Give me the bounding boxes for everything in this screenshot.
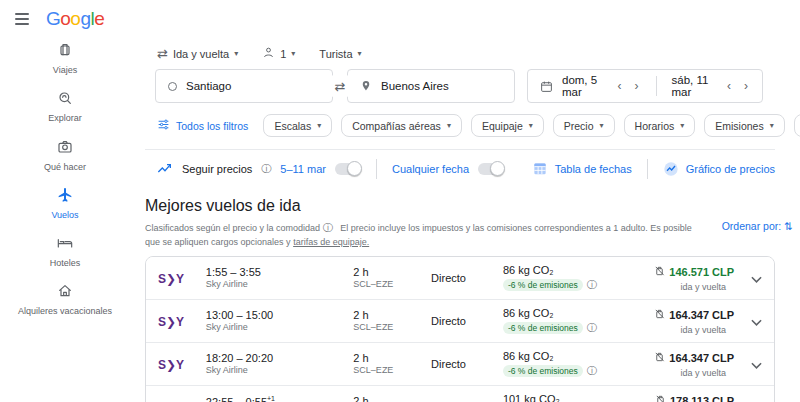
stops: Directo bbox=[431, 315, 466, 327]
price-trip-note: ida y vuelta bbox=[681, 368, 727, 378]
price-graph-icon bbox=[663, 161, 679, 177]
info-icon[interactable]: ⓘ bbox=[323, 222, 333, 233]
filter-chip-precio[interactable]: Precio▾ bbox=[553, 114, 615, 137]
flight-row[interactable]: S❯Y 13:00 – 15:00 Sky Airline 2 h SCL–EZ… bbox=[146, 300, 774, 343]
toggle-knob bbox=[347, 161, 362, 176]
chip-label: Precio bbox=[564, 120, 594, 132]
filter-chip-equipaje[interactable]: Equipaje▾ bbox=[471, 114, 544, 137]
duration: 2 h bbox=[353, 352, 431, 364]
sidebar-item-label: Alquileres vacacionales bbox=[18, 306, 112, 317]
all-filters-button[interactable]: Todos los filtros bbox=[157, 118, 248, 133]
expand-chevron-icon[interactable] bbox=[751, 312, 762, 330]
flight-row[interactable]: 22:55 – 0:55+1 Billetes separados que se… bbox=[146, 386, 774, 402]
origin-value: Santiago bbox=[186, 80, 231, 92]
toggle-knob bbox=[490, 161, 505, 176]
sort-by-button[interactable]: Ordenar por: ⇅ bbox=[722, 220, 793, 250]
return-date-value: sáb, 11 mar bbox=[672, 74, 717, 98]
return-next-day-button[interactable]: › bbox=[742, 79, 750, 93]
trip-controls: ⇄ Ida y vuelta ▾ 1 ▾ Turista ▾ bbox=[145, 46, 800, 61]
swap-locations-button[interactable]: ⇄ bbox=[327, 73, 353, 99]
price-graph-button[interactable]: Gráfico de precios bbox=[663, 161, 775, 177]
depart-prev-day-button[interactable]: ‹ bbox=[616, 79, 624, 93]
menu-icon[interactable] bbox=[12, 10, 32, 28]
chevron-down-icon: ▾ bbox=[234, 49, 238, 58]
expand-chevron-icon[interactable] bbox=[751, 355, 762, 373]
duration: 2 h bbox=[353, 266, 431, 278]
explore-icon bbox=[57, 90, 73, 110]
view-tools: Tabla de fechas Gráfico de precios bbox=[532, 159, 775, 179]
location-pin-icon bbox=[360, 79, 372, 93]
tracking-date-range[interactable]: 5–11 mar bbox=[280, 163, 326, 175]
sidebar-item-vuelos[interactable]: Vuelos bbox=[10, 187, 120, 221]
passengers-dropdown[interactable]: 1 ▾ bbox=[262, 46, 295, 61]
swap-arrows-icon: ⇄ bbox=[335, 79, 346, 94]
depart-date[interactable]: dom, 5 mar bbox=[562, 74, 607, 98]
sidebar-item-explorar[interactable]: Explorar bbox=[10, 90, 120, 124]
duration: 2 h bbox=[353, 309, 431, 321]
main-content: ⇄ Ida y vuelta ▾ 1 ▾ Turista ▾ Santiago … bbox=[145, 0, 800, 402]
duration-cell: 2 h SCL–EZE bbox=[353, 266, 431, 289]
info-icon[interactable]: ⓘ bbox=[587, 321, 597, 335]
info-icon[interactable]: ⓘ bbox=[587, 364, 597, 378]
trip-type-dropdown[interactable]: ⇄ Ida y vuelta ▾ bbox=[157, 46, 238, 61]
chevron-down-icon: ▾ bbox=[770, 121, 774, 130]
origin-field[interactable]: Santiago bbox=[155, 69, 333, 103]
chevron-down-icon: ▾ bbox=[600, 121, 604, 130]
times-cell: 18:20 – 20:20 Sky Airline bbox=[206, 352, 354, 375]
cabin-class-dropdown[interactable]: Turista ▾ bbox=[319, 48, 361, 60]
price-trip-note: ida y vuelta bbox=[681, 325, 727, 335]
sidebar-item-label: Qué hacer bbox=[44, 162, 86, 173]
sidebar-item-que-hacer[interactable]: Qué hacer bbox=[10, 139, 120, 173]
stops-cell: Directo bbox=[431, 315, 503, 327]
duration-cell: 2 h SCL–AEP bbox=[353, 395, 431, 402]
info-icon[interactable]: ⓘ bbox=[587, 278, 597, 292]
chip-label: Equipaje bbox=[482, 120, 523, 132]
follow-prices-toggle[interactable] bbox=[335, 163, 361, 175]
sort-by-label: Ordenar por: bbox=[722, 220, 782, 232]
duration-cell: 2 h SCL–EZE bbox=[353, 352, 431, 375]
google-flights-page: Google Viajes Explorar Qué hacer Vuelos … bbox=[0, 0, 800, 402]
flight-icon bbox=[57, 187, 73, 207]
any-date-toggle[interactable] bbox=[478, 163, 504, 175]
emissions-cell: 86 kg CO₂ -6 % de emisionesⓘ bbox=[503, 264, 625, 292]
sidebar: Viajes Explorar Qué hacer Vuelos Hoteles… bbox=[0, 42, 130, 318]
filter-chip-aeropuertos[interactable]: Aeropuertos de conexión▾ bbox=[794, 114, 800, 137]
flights-list: S❯Y 1:55 – 3:55 Sky Airline 2 h SCL–EZE … bbox=[145, 256, 775, 402]
expand-chevron-icon[interactable] bbox=[751, 398, 762, 402]
luggage-icon bbox=[57, 42, 73, 62]
info-icon[interactable]: ⓘ bbox=[261, 162, 271, 176]
emissions-badge: -6 % de emisiones bbox=[503, 365, 583, 377]
price-graph-label: Gráfico de precios bbox=[686, 163, 775, 175]
sidebar-item-viajes[interactable]: Viajes bbox=[10, 42, 120, 76]
logo-letter: o bbox=[60, 8, 70, 29]
chevron-down-icon: ▾ bbox=[291, 49, 295, 58]
route: SCL–EZE bbox=[353, 322, 431, 332]
filter-chip-horarios[interactable]: Horarios▾ bbox=[624, 114, 696, 137]
filter-chip-escalas[interactable]: Escalas▾ bbox=[263, 114, 332, 137]
route: SCL–EZE bbox=[353, 279, 431, 289]
destination-field[interactable]: Buenos Aires bbox=[347, 69, 515, 103]
price-cell: 178.113 CLP ida y vuelta bbox=[624, 392, 734, 402]
airline-name: Sky Airline bbox=[206, 279, 354, 289]
airline-name: Sky Airline bbox=[206, 322, 354, 332]
return-date[interactable]: sáb, 11 mar bbox=[672, 74, 717, 98]
flight-row[interactable]: S❯Y 18:20 – 20:20 Sky Airline 2 h SCL–EZ… bbox=[146, 343, 774, 386]
plus-day: +1 bbox=[267, 395, 275, 402]
baggage-fees-link[interactable]: tarifas de equipaje. bbox=[293, 237, 369, 247]
emissions-badge: -6 % de emisiones bbox=[503, 279, 583, 291]
destination-value: Buenos Aires bbox=[381, 80, 449, 92]
chevron-down-icon: ▾ bbox=[358, 49, 362, 58]
filter-chip-emisiones[interactable]: Emisiones▾ bbox=[704, 114, 784, 137]
sidebar-item-alquileres[interactable]: Alquileres vacacionales bbox=[10, 283, 120, 317]
return-prev-day-button[interactable]: ‹ bbox=[725, 79, 733, 93]
depart-next-day-button[interactable]: › bbox=[633, 79, 641, 93]
sidebar-item-hoteles[interactable]: Hoteles bbox=[10, 235, 120, 269]
expand-chevron-icon[interactable] bbox=[751, 269, 762, 287]
date-table-button[interactable]: Tabla de fechas bbox=[532, 161, 632, 176]
chevron-down-icon: ▾ bbox=[680, 121, 684, 130]
divider bbox=[656, 76, 657, 96]
google-logo[interactable]: Google bbox=[46, 8, 104, 30]
stops-cell: Directo bbox=[431, 358, 503, 370]
flight-row[interactable]: S❯Y 1:55 – 3:55 Sky Airline 2 h SCL–EZE … bbox=[146, 257, 774, 300]
filter-chip-companias[interactable]: Compañías aéreas▾ bbox=[341, 114, 462, 137]
